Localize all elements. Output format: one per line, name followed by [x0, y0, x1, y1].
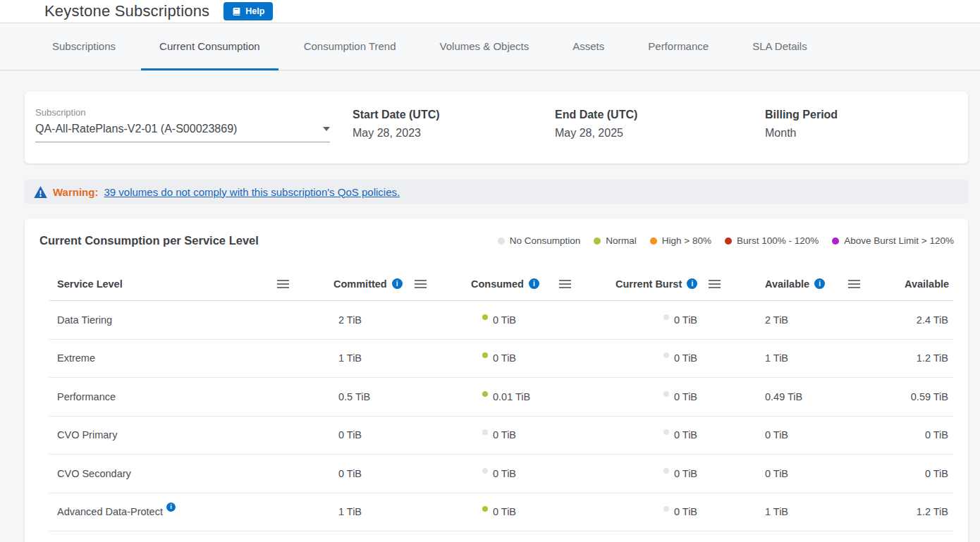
column-menu-icon[interactable] — [415, 280, 427, 288]
column-header-consumed: Consumed — [463, 278, 608, 290]
available-burst-cell: 0 TiB — [897, 429, 953, 441]
tab-bar: Subscriptions Current Consumption Consum… — [0, 23, 980, 70]
table-row: Advanced Data-Protect 1 TiB 0 TiB 0 TiB … — [49, 493, 953, 532]
tab-performance[interactable]: Performance — [630, 23, 727, 70]
tab-label: Current Consumption — [159, 40, 260, 52]
service-level-cell: CVO Secondary — [49, 468, 326, 479]
committed-cell: 2 TiB — [326, 314, 463, 326]
service-level-name: Data Tiering — [57, 314, 112, 326]
service-level-name: Performance — [57, 391, 116, 402]
legend-label: No Consumption — [510, 235, 581, 246]
tab-sla-details[interactable]: SLA Details — [734, 23, 826, 70]
available-cell: 0 TiB — [757, 429, 897, 441]
status-dot-icon — [482, 506, 488, 512]
normal-dot-icon — [594, 238, 601, 245]
legend-item-normal: Normal — [594, 235, 637, 246]
help-button-label: Help — [245, 6, 264, 16]
available-cell: 1 TiB — [757, 352, 897, 364]
committed-value: 0 TiB — [338, 468, 362, 479]
table-row: Data Tiering 2 TiB 0 TiB 0 TiB 2 TiB 2.4… — [49, 301, 953, 340]
current-burst-cell: 0 TiB — [608, 314, 757, 326]
committed-cell: 1 TiB — [326, 506, 463, 517]
committed-value: 1 TiB — [338, 506, 362, 517]
tab-current-consumption[interactable]: Current Consumption — [141, 23, 278, 70]
legend-item-high: High > 80% — [650, 235, 711, 246]
available-burst-value: 0.59 TiB — [911, 391, 948, 402]
column-header-current-burst: Current Burst — [608, 278, 757, 290]
status-dot-icon — [663, 506, 669, 512]
start-date-label: Start Date (UTC) — [353, 109, 555, 121]
tab-label: Assets — [572, 40, 604, 52]
info-icon[interactable] — [814, 278, 825, 289]
available-value: 0 TiB — [765, 429, 788, 441]
above-burst-dot-icon — [832, 238, 839, 245]
info-icon[interactable] — [166, 503, 176, 512]
committed-cell: 0 TiB — [326, 429, 463, 441]
available-burst-cell: 1.2 TiB — [897, 352, 953, 364]
consumed-cell: 0.01 TiB — [463, 391, 608, 402]
subscription-select[interactable]: QA-All-RatePlans-V2-01 (A-S00023869) — [35, 123, 330, 142]
current-burst-value: 0 TiB — [674, 352, 697, 364]
column-menu-icon[interactable] — [559, 280, 571, 288]
warning-triangle-icon — [34, 186, 47, 198]
start-date-value: May 28, 2023 — [353, 127, 555, 140]
table-row: CVO Primary 0 TiB 0 TiB 0 TiB 0 TiB 0 Ti… — [49, 417, 953, 455]
info-icon[interactable] — [687, 278, 697, 289]
status-dot-icon — [482, 314, 488, 320]
current-consumption-card: Current Consumption per Service Level No… — [25, 218, 968, 542]
billing-period-label: Billing Period — [765, 109, 838, 121]
available-burst-cell: 0 TiB — [897, 468, 953, 479]
tab-label: Volumes & Objects — [440, 40, 529, 52]
status-dot-icon — [663, 352, 669, 358]
qos-noncompliance-link[interactable]: 39 volumes do not comply with this subsc… — [104, 186, 400, 198]
tab-consumption-trend[interactable]: Consumption Trend — [286, 23, 415, 70]
available-burst-cell: 0.59 TiB — [897, 391, 953, 402]
consumed-cell: 0 TiB — [463, 506, 608, 517]
status-dot-icon — [482, 352, 488, 358]
help-button[interactable]: Help — [223, 2, 273, 20]
no-consumption-dot-icon — [498, 238, 505, 245]
current-burst-value: 0 TiB — [674, 468, 697, 479]
warning-label: Warning: — [53, 186, 98, 198]
info-icon[interactable] — [529, 278, 539, 289]
current-burst-cell: 0 TiB — [608, 468, 757, 479]
available-cell: 0 TiB — [757, 468, 897, 479]
tab-label: Consumption Trend — [304, 40, 396, 52]
committed-value: 0 TiB — [338, 429, 362, 441]
column-header-committed: Committed — [326, 278, 463, 290]
consumption-card-title: Current Consumption per Service Level — [39, 234, 259, 247]
consumed-value: 0 TiB — [493, 429, 516, 441]
current-burst-cell: 0 TiB — [608, 429, 757, 441]
burst-dot-icon — [725, 238, 732, 245]
consumed-value: 0 TiB — [493, 314, 516, 326]
column-header-available-burst: Available — [897, 278, 954, 290]
high-dot-icon — [650, 238, 657, 245]
available-burst-value: 1.2 TiB — [917, 352, 948, 364]
tab-label: Performance — [648, 40, 709, 52]
available-burst-cell: 2.4 TiB — [897, 314, 953, 326]
column-menu-icon[interactable] — [848, 280, 860, 288]
available-value: 1 TiB — [765, 506, 788, 517]
current-burst-value: 0 TiB — [674, 391, 697, 402]
tab-assets[interactable]: Assets — [554, 23, 623, 70]
status-dot-icon — [663, 468, 669, 474]
tab-subscriptions[interactable]: Subscriptions — [34, 23, 134, 70]
column-header-available: Available — [757, 278, 897, 290]
column-menu-icon[interactable] — [709, 280, 721, 288]
column-menu-icon[interactable] — [277, 280, 289, 288]
info-icon[interactable] — [392, 278, 403, 289]
table-header-row: Service Level Committed Consumed Current… — [49, 267, 953, 301]
status-dot-icon — [663, 429, 669, 435]
page-header: Keystone Subscriptions Help — [0, 0, 980, 23]
column-label: Available — [765, 278, 809, 290]
available-burst-value: 0 TiB — [925, 468, 948, 479]
book-icon — [232, 7, 241, 16]
column-label: Consumed — [471, 278, 524, 290]
status-dot-icon — [482, 429, 488, 435]
tab-volumes-objects[interactable]: Volumes & Objects — [422, 23, 548, 70]
status-dot-icon — [482, 391, 488, 397]
available-cell: 2 TiB — [757, 314, 897, 326]
service-level-cell: Extreme — [49, 352, 326, 364]
current-burst-cell: 0 TiB — [608, 506, 757, 517]
billing-period-field: Billing Period Month — [765, 107, 838, 164]
